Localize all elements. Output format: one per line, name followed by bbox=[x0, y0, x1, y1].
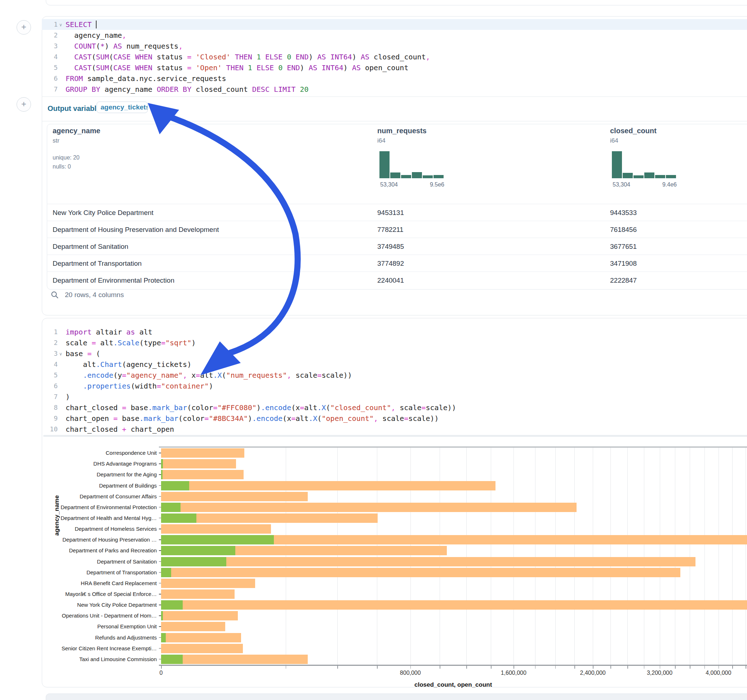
add-cell-button-output[interactable]: + bbox=[17, 97, 31, 112]
row-count-label: 20 rows, 4 columns bbox=[65, 291, 124, 299]
line-number: 4 bbox=[42, 359, 57, 370]
code-line[interactable]: 4 CAST(SUM(CASE WHEN status = 'Closed' T… bbox=[42, 51, 747, 62]
code-line[interactable]: 3 COUNT(*) AS num_requests, bbox=[42, 41, 747, 51]
fold-chevron-icon[interactable]: ∨ bbox=[59, 348, 62, 359]
code-text: GROUP BY agency_name ORDER BY closed_cou… bbox=[66, 84, 308, 95]
column-type: i64 bbox=[610, 137, 682, 144]
cell-agency-name: Department of Transportation bbox=[53, 255, 142, 272]
histogram-num-requests: 53,3049.5e6 bbox=[380, 151, 444, 187]
histogram-bar bbox=[423, 175, 433, 178]
histogram-min-label: 53,304 bbox=[612, 181, 630, 188]
line-number: 4 bbox=[42, 51, 57, 62]
cell-closed-count: 9443533 bbox=[610, 204, 637, 221]
code-text: CAST(SUM(CASE WHEN status = 'Open' THEN … bbox=[66, 62, 408, 73]
histogram-bar bbox=[634, 175, 644, 178]
code-text: base = ( bbox=[66, 348, 100, 359]
column-name: num_requests bbox=[377, 127, 449, 135]
line-number: 5 bbox=[42, 62, 57, 73]
cell-closed-count: 3471908 bbox=[610, 255, 637, 272]
code-line[interactable]: 6FROM sample_data.nyc.service_requests bbox=[42, 73, 747, 84]
result-table-rows: New York City Police Department945313194… bbox=[47, 204, 747, 289]
code-text: ) bbox=[66, 391, 70, 402]
code-line[interactable]: 2 agency_name, bbox=[42, 30, 747, 41]
add-cell-button-top[interactable]: + bbox=[17, 20, 31, 35]
histogram-bar bbox=[380, 151, 390, 178]
table-row[interactable]: Department of Housing Preservation and D… bbox=[47, 221, 747, 238]
output-variable-pill[interactable]: agency_tickets bbox=[97, 101, 148, 113]
column-type: i64 bbox=[377, 137, 449, 144]
code-line[interactable]: 7GROUP BY agency_name ORDER BY closed_co… bbox=[42, 84, 747, 95]
line-number: 5 bbox=[42, 370, 57, 381]
table-row[interactable]: Department of Environmental Protection22… bbox=[47, 272, 747, 289]
column-meta-nulls: nulls: 0 bbox=[53, 163, 100, 170]
code-line[interactable]: 5 .encode(y="agency_name", x=alt.X("num_… bbox=[42, 370, 747, 381]
code-text: chart_closed = base.mark_bar(color="#FFC… bbox=[66, 402, 456, 413]
histogram-bar bbox=[623, 173, 633, 178]
histogram-min-label: 53,304 bbox=[380, 181, 398, 188]
fold-chevron-icon[interactable]: ∨ bbox=[59, 20, 62, 30]
code-line[interactable]: 3∨base = ( bbox=[42, 348, 747, 359]
code-line[interactable]: 2scale = alt.Scale(type="sqrt") bbox=[42, 337, 747, 348]
code-text: agency_name, bbox=[66, 30, 127, 41]
histogram-bar bbox=[655, 175, 665, 178]
histogram-bar bbox=[434, 175, 444, 178]
python-code-editor[interactable]: 1import altair as alt2scale = alt.Scale(… bbox=[42, 327, 747, 434]
code-line[interactable]: 4 alt.Chart(agency_tickets) bbox=[42, 359, 747, 370]
table-row[interactable]: New York City Police Department945313194… bbox=[47, 204, 747, 221]
histogram-bar bbox=[401, 175, 411, 178]
code-line[interactable]: 10chart_closed + chart_open bbox=[42, 424, 747, 434]
histogram-closed-count: 53,3049.4e6 bbox=[612, 151, 677, 187]
table-row[interactable]: Department of Sanitation37494853677651 bbox=[47, 238, 747, 255]
cell-num-requests: 3749485 bbox=[377, 238, 404, 255]
histogram-bar bbox=[666, 175, 676, 178]
cell-agency-name: Department of Sanitation bbox=[53, 238, 128, 255]
horizontal-scrollbar[interactable] bbox=[43, 435, 747, 437]
code-line[interactable]: 1∨SELECT bbox=[42, 19, 747, 30]
previous-cell-bottom-edge bbox=[46, 0, 747, 5]
code-text: FROM sample_data.nyc.service_requests bbox=[66, 73, 226, 84]
line-number: 3 bbox=[42, 348, 57, 359]
code-text: import altair as alt bbox=[66, 327, 153, 337]
line-number: 8 bbox=[42, 402, 57, 413]
line-number: 2 bbox=[42, 30, 57, 41]
column-header-closed-count[interactable]: closed_count i64 bbox=[610, 127, 682, 144]
cell-closed-count: 2222847 bbox=[610, 272, 637, 289]
histogram-bar bbox=[612, 151, 622, 178]
code-text: chart_open = base.mark_bar(color="#8BC34… bbox=[66, 413, 439, 424]
histogram-max-label: 9.4e6 bbox=[662, 181, 677, 188]
code-line[interactable]: 9chart_open = base.mark_bar(color="#8BC3… bbox=[42, 413, 747, 424]
code-line[interactable]: 7) bbox=[42, 391, 747, 402]
cell-closed-count: 3677651 bbox=[610, 238, 637, 255]
column-name: agency_name bbox=[53, 127, 100, 135]
code-line[interactable]: 1import altair as alt bbox=[42, 327, 747, 337]
code-text: SELECT bbox=[66, 19, 97, 30]
output-variable-row: Output variable: agency_tickets bbox=[42, 97, 747, 121]
line-number: 1 bbox=[42, 19, 57, 30]
cell-agency-name: Department of Housing Preservation and D… bbox=[53, 221, 219, 238]
line-number: 6 bbox=[42, 73, 57, 84]
line-number: 6 bbox=[42, 381, 57, 391]
cell-divider bbox=[42, 121, 747, 121]
table-row[interactable]: Department of Transportation377489234719… bbox=[47, 255, 747, 272]
code-text: .properties(width="container") bbox=[66, 381, 213, 391]
column-header-agency-name[interactable]: agency_name str unique: 20 nulls: 0 bbox=[53, 127, 100, 170]
code-text: alt.Chart(agency_tickets) bbox=[66, 359, 191, 370]
sql-code-editor[interactable]: 1∨SELECT 2 agency_name,3 COUNT(*) AS num… bbox=[42, 19, 747, 95]
column-type: str bbox=[53, 137, 100, 144]
cell-num-requests: 9453131 bbox=[377, 204, 404, 221]
code-line[interactable]: 6 .properties(width="container") bbox=[42, 381, 747, 391]
cell-agency-name: Department of Environmental Protection bbox=[53, 272, 174, 289]
code-text: scale = alt.Scale(type="sqrt") bbox=[66, 337, 196, 348]
search-icon[interactable] bbox=[50, 291, 59, 299]
histogram-bar bbox=[644, 172, 655, 178]
code-text: CAST(SUM(CASE WHEN status = 'Closed' THE… bbox=[66, 51, 430, 62]
code-line[interactable]: 5 CAST(SUM(CASE WHEN status = 'Open' THE… bbox=[42, 62, 747, 73]
code-text: .encode(y="agency_name", x=alt.X("num_re… bbox=[66, 370, 352, 381]
next-cell-top-edge bbox=[46, 694, 747, 700]
line-number: 3 bbox=[42, 41, 57, 51]
cell-num-requests: 3774892 bbox=[377, 255, 404, 272]
code-line[interactable]: 8chart_closed = base.mark_bar(color="#FF… bbox=[42, 402, 747, 413]
column-header-num-requests[interactable]: num_requests i64 bbox=[377, 127, 449, 144]
cell-closed-count: 7618456 bbox=[610, 221, 637, 238]
cell-num-requests: 2240041 bbox=[377, 272, 404, 289]
